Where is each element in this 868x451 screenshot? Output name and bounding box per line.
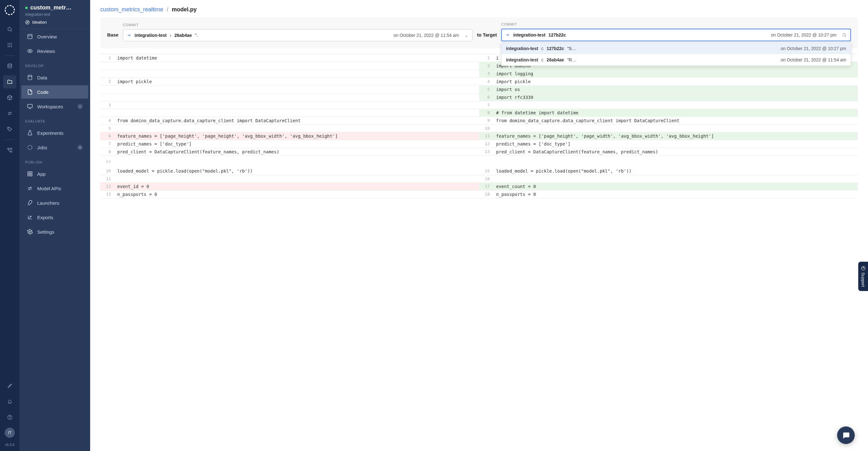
svg-rect-31 bbox=[31, 174, 32, 176]
bell-icon[interactable] bbox=[3, 395, 17, 408]
commit-label: COMMIT bbox=[501, 22, 851, 26]
code-line: n_passports = 0 bbox=[114, 191, 479, 198]
line-number: 15 bbox=[479, 167, 493, 175]
line-number bbox=[100, 94, 114, 101]
dropdown-item[interactable]: integration-test c 26ab4ae "R… on Octobe… bbox=[501, 54, 851, 65]
sidebar-item-model-apis[interactable]: Model APIs bbox=[22, 182, 88, 195]
line-number bbox=[100, 86, 114, 93]
line-number: 5 bbox=[100, 125, 114, 132]
support-tab[interactable]: Support bbox=[858, 262, 868, 291]
search-icon[interactable] bbox=[3, 23, 17, 36]
diff-left: 11 bbox=[100, 175, 479, 182]
svg-rect-30 bbox=[28, 174, 29, 176]
breadcrumb-current: model.py bbox=[172, 6, 197, 12]
diff-row: 8 # from datetime import datetime bbox=[100, 109, 858, 117]
project-phase[interactable]: Ideation bbox=[25, 20, 85, 25]
line-number: 16 bbox=[479, 175, 493, 182]
search-icon[interactable] bbox=[842, 33, 846, 37]
commit-icon bbox=[127, 33, 131, 37]
sidebar-label: Exports bbox=[37, 215, 53, 220]
sidebar-item-overview[interactable]: Overview bbox=[22, 30, 88, 43]
svg-point-9 bbox=[9, 46, 10, 47]
diff-right: 13 pred_client = DataCaptureClient(featu… bbox=[479, 148, 858, 156]
svg-rect-20 bbox=[28, 34, 32, 39]
gear-icon bbox=[27, 229, 33, 235]
spinner-icon bbox=[27, 144, 33, 150]
diff-row: 13 n_passports = 0 18 n_passports = 0 bbox=[100, 191, 858, 198]
chat-icon bbox=[842, 431, 850, 439]
avatar[interactable]: IT bbox=[5, 428, 15, 438]
svg-point-12 bbox=[8, 128, 9, 129]
help-icon[interactable] bbox=[3, 411, 17, 424]
diff-left: 2 import pickle bbox=[100, 78, 479, 85]
sidebar-item-jobs[interactable]: Jobs + bbox=[22, 141, 88, 154]
diff-right: 17 event_count = 0 bbox=[479, 183, 858, 190]
code-line bbox=[493, 175, 858, 182]
logo-icon[interactable] bbox=[5, 5, 15, 15]
sidebar-label: Jobs bbox=[37, 145, 47, 150]
svg-point-0 bbox=[8, 27, 11, 31]
diff-left: 10 loaded_model = pickle.load(open("mode… bbox=[100, 167, 479, 175]
plus-icon[interactable]: + bbox=[78, 145, 83, 150]
project-subtitle: integration-test bbox=[25, 12, 85, 17]
target-commit-select[interactable]: integration-test 127b22c on October 21, … bbox=[501, 29, 851, 41]
line-number: 1 bbox=[100, 54, 114, 62]
chat-button[interactable] bbox=[837, 426, 855, 444]
sidebar-item-app[interactable]: App bbox=[22, 167, 88, 181]
project-header: custom_metr… integration-test Ideation bbox=[20, 4, 90, 29]
sidebar-item-launchers[interactable]: Launchers bbox=[22, 196, 88, 210]
chevron-right-icon: › bbox=[78, 104, 83, 109]
apps-icon[interactable] bbox=[3, 38, 17, 52]
line-number: 18 bbox=[479, 191, 493, 198]
sidebar-item-exports[interactable]: Exports bbox=[22, 211, 88, 224]
diff-right: 10 bbox=[479, 125, 858, 132]
breadcrumb-sep: / bbox=[167, 6, 168, 12]
compare-bar: Base COMMIT integration-test ‹ 26ab4ae "… bbox=[100, 17, 858, 48]
target-side: COMMIT integration-test 127b22c on Octob… bbox=[501, 22, 851, 41]
database-icon[interactable] bbox=[3, 60, 17, 73]
line-number: 7 bbox=[100, 140, 114, 148]
sidebar-item-experiments[interactable]: Experiments bbox=[22, 126, 88, 139]
sidebar-item-settings[interactable]: Settings bbox=[22, 225, 88, 238]
diff-row: 3 7 bbox=[100, 101, 858, 109]
diff-row: 6 import rfc3339 bbox=[100, 94, 858, 101]
svg-point-7 bbox=[11, 45, 12, 46]
wrench-icon[interactable] bbox=[3, 379, 17, 392]
tag-icon[interactable] bbox=[3, 123, 17, 136]
expand-button[interactable] bbox=[103, 158, 114, 165]
diff-row: 12 event_id = 0 17 event_count = 0 bbox=[100, 183, 858, 191]
sidebar-item-code[interactable]: Code bbox=[22, 85, 88, 99]
code-line: import pickle bbox=[493, 78, 858, 85]
svg-point-13 bbox=[7, 148, 9, 150]
code-line: import logging bbox=[493, 70, 858, 77]
svg-point-23 bbox=[28, 75, 32, 77]
diff-left: 8 pred_client = DataCaptureClient(featur… bbox=[100, 148, 479, 156]
base-commit-select[interactable]: integration-test ‹ 26ab4ae ". on October… bbox=[123, 29, 473, 41]
cube-icon[interactable] bbox=[3, 91, 17, 104]
sidebar-item-workspaces[interactable]: Workspaces › bbox=[22, 100, 88, 113]
sidebar-label: Experiments bbox=[37, 130, 63, 136]
code-line: pred_client = DataCaptureClient(feature_… bbox=[114, 148, 479, 156]
code-line bbox=[114, 94, 479, 101]
folder-icon[interactable] bbox=[3, 75, 17, 89]
line-number: 10 bbox=[479, 125, 493, 132]
diff-row: 10 loaded_model = pickle.load(open("mode… bbox=[100, 167, 858, 175]
diff-right: 6 import rfc3339 bbox=[479, 94, 858, 101]
code-line: n_passports = 0 bbox=[493, 191, 858, 198]
line-number: 11 bbox=[100, 175, 114, 182]
line-number: 12 bbox=[479, 140, 493, 148]
graph-icon[interactable] bbox=[3, 143, 17, 157]
breadcrumb: custom_metrics_realtime / model.py bbox=[90, 0, 868, 17]
code-line bbox=[493, 101, 858, 109]
diff-row: 2 import pickle 4 import pickle bbox=[100, 78, 858, 86]
base-hash: 26ab4ae bbox=[174, 33, 192, 38]
svg-point-17 bbox=[10, 419, 10, 419]
breadcrumb-link[interactable]: custom_metrics_realtime bbox=[100, 6, 163, 12]
section-develop: DEVELOP bbox=[20, 58, 90, 70]
sidebar-item-data[interactable]: Data bbox=[22, 71, 88, 84]
code-line bbox=[114, 175, 479, 182]
dropdown-item[interactable]: integration-test c 127b22c "S… on Octobe… bbox=[501, 43, 851, 54]
code-line: # from datetime import datetime bbox=[493, 109, 858, 117]
sidebar-item-reviews[interactable]: Reviews bbox=[22, 44, 88, 58]
swap-icon[interactable] bbox=[3, 107, 17, 120]
